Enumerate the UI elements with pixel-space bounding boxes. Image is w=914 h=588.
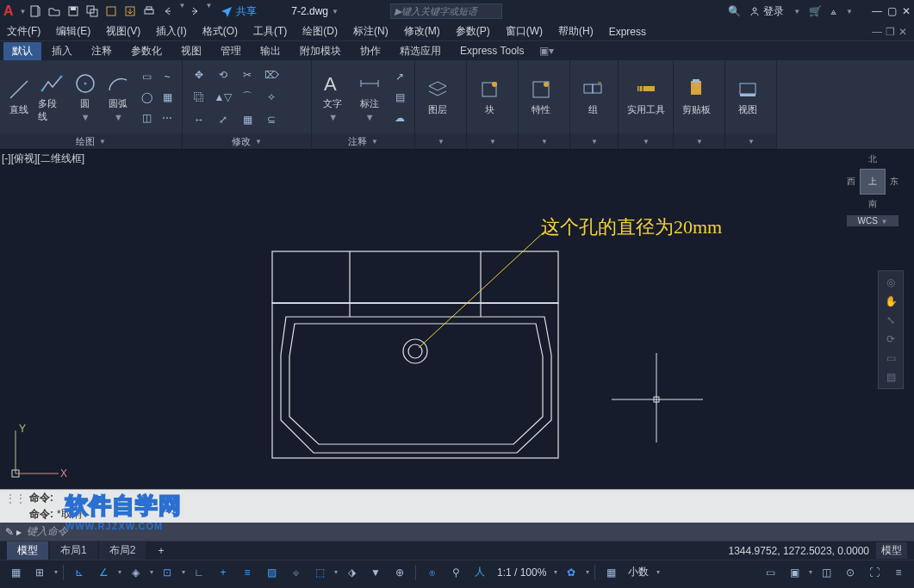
hardware-icon[interactable]: ⊙	[840, 563, 861, 582]
tab-model[interactable]: 模型	[7, 542, 48, 560]
tab-add[interactable]: +	[147, 543, 174, 559]
nav-more-icon[interactable]: ▤	[886, 371, 896, 383]
view-cube[interactable]: 北 西 上 东 南 WCS ▼	[847, 153, 898, 231]
fillet-icon[interactable]: ⌒	[236, 87, 258, 108]
orbit-icon[interactable]: ⟳	[886, 333, 895, 345]
tab-manage[interactable]: 管理	[212, 42, 250, 60]
copy-icon[interactable]: ⿻	[188, 87, 210, 108]
cloud-icon[interactable]: ☁	[390, 108, 409, 127]
ribbon-expand-icon[interactable]: ▣▾	[539, 45, 554, 57]
redo-dropdown[interactable]: ▼	[205, 2, 212, 21]
leader-icon[interactable]: ↗	[390, 67, 409, 86]
tab-collab[interactable]: 协作	[351, 42, 389, 60]
zoom-extents-icon[interactable]: ⤡	[886, 314, 895, 326]
scale-icon[interactable]: ⤢	[212, 109, 234, 130]
app-menu-dropdown[interactable]: ▼	[20, 8, 27, 15]
group-tool[interactable]: 组	[575, 77, 610, 116]
osnap-icon[interactable]: ⊡	[157, 563, 177, 582]
share-button[interactable]: 共享	[221, 4, 257, 19]
tab-parametric[interactable]: 参数化	[122, 42, 171, 60]
menu-dim[interactable]: 标注(N)	[353, 24, 389, 39]
tab-featured[interactable]: 精选应用	[391, 42, 450, 60]
autodesk-icon[interactable]: ⟁	[830, 5, 836, 17]
dynucs-icon[interactable]: ⬗	[341, 563, 362, 582]
3dosnap-icon[interactable]: ⬚	[309, 563, 330, 582]
tab-express[interactable]: Express Tools	[451, 43, 532, 59]
tab-addins[interactable]: 附加模块	[291, 42, 350, 60]
circle-tool[interactable]: 圆▼	[72, 71, 99, 122]
lock-icon[interactable]: ▣	[784, 563, 805, 582]
table-icon[interactable]: ▤	[390, 88, 409, 107]
menu-draw[interactable]: 绘图(D)	[302, 24, 338, 39]
dyn-icon[interactable]: +	[213, 563, 233, 582]
tab-layout2[interactable]: 布局2	[99, 542, 146, 560]
annovis-icon[interactable]: ⚲	[445, 563, 466, 582]
mirror-icon[interactable]: ▲▽	[212, 87, 234, 108]
menu-modify[interactable]: 修改(M)	[404, 24, 440, 39]
tab-default[interactable]: 默认	[3, 42, 41, 60]
gizmo-icon[interactable]: ⊕	[389, 563, 410, 582]
rect-icon[interactable]: ▭	[137, 67, 156, 86]
undo-dropdown[interactable]: ▼	[178, 2, 185, 21]
snap-icon[interactable]: ⊞	[29, 563, 50, 582]
menu-express[interactable]: Express	[609, 26, 646, 38]
menu-format[interactable]: 格式(O)	[202, 24, 238, 39]
view-tool[interactable]: 视图	[731, 77, 765, 116]
text-tool[interactable]: A文字▼	[317, 71, 349, 122]
new-icon[interactable]	[26, 2, 45, 21]
mdi-close-icon[interactable]: ✕	[898, 26, 907, 38]
undo-icon[interactable]	[159, 2, 177, 21]
cart-icon[interactable]: 🛒	[809, 5, 822, 17]
spline-icon[interactable]: ~	[158, 67, 177, 86]
units-label[interactable]: 小数	[628, 565, 649, 579]
redo-icon[interactable]	[185, 2, 204, 21]
cycling-icon[interactable]: ⟐	[285, 563, 306, 582]
polyline-tool[interactable]: 多段线	[38, 71, 65, 123]
menu-window[interactable]: 窗口(W)	[506, 24, 543, 39]
layer-tool[interactable]: 图层	[420, 77, 455, 116]
mdi-restore-icon[interactable]: ❐	[886, 26, 895, 38]
dim-tool[interactable]: 标注▼	[354, 71, 386, 122]
close-icon[interactable]: ✕	[902, 5, 911, 17]
hatch-icon[interactable]: ▦	[158, 88, 177, 107]
tab-view[interactable]: 视图	[172, 42, 210, 60]
tab-annotate[interactable]: 注释	[83, 42, 121, 60]
open-icon[interactable]	[45, 2, 64, 21]
line-tool[interactable]: 直线	[5, 77, 33, 116]
offset-icon[interactable]: ⊆	[260, 109, 283, 130]
lwt-icon[interactable]: ≡	[237, 563, 258, 582]
polar-icon[interactable]: ∠	[93, 563, 114, 582]
erase-icon[interactable]: ⌦	[260, 65, 283, 85]
save-icon[interactable]	[64, 2, 83, 21]
help-search-input[interactable]: ▶ 键入关键字或短语	[390, 3, 502, 19]
menu-view[interactable]: 视图(V)	[106, 24, 140, 39]
maximize-icon[interactable]: ▢	[887, 5, 897, 17]
explode-icon[interactable]: ✧	[260, 87, 283, 108]
command-input[interactable]: ✎ ▸ 键入命令	[0, 523, 914, 541]
cleanscreen-icon[interactable]: ⛶	[864, 563, 885, 582]
block-tool[interactable]: 块	[472, 77, 507, 116]
tab-insert[interactable]: 插入	[43, 42, 81, 60]
more-draw-icon[interactable]: ⋯	[158, 108, 177, 127]
props-tool[interactable]: 特性	[524, 77, 558, 116]
menu-param[interactable]: 参数(P)	[456, 24, 490, 39]
search-icon[interactable]: 🔍	[728, 5, 741, 17]
menu-insert[interactable]: 插入(I)	[156, 24, 186, 39]
ortho-icon[interactable]: ⊾	[69, 563, 90, 582]
isolate-icon[interactable]: ◫	[816, 563, 836, 582]
qp-icon[interactable]: ▭	[760, 563, 780, 582]
move-icon[interactable]: ✥	[188, 65, 210, 85]
tab-output[interactable]: 输出	[252, 42, 289, 60]
login-button[interactable]: 登录	[749, 4, 784, 19]
array-icon[interactable]: ▦	[236, 109, 258, 130]
zoom-level[interactable]: 1:1 / 100%	[497, 566, 546, 579]
gear-icon[interactable]: ✿	[561, 563, 581, 582]
mdi-minimize-icon[interactable]: —	[872, 26, 882, 38]
menu-file[interactable]: 文件(F)	[7, 24, 40, 39]
web-save-icon[interactable]	[121, 2, 140, 21]
iso-icon[interactable]: ◈	[125, 563, 146, 582]
selection-filter-icon[interactable]: ▼	[365, 563, 386, 582]
grid-icon[interactable]: ▦	[5, 563, 26, 582]
util-tool[interactable]: 实用工具	[624, 77, 668, 116]
title-dropdown[interactable]: ▼	[332, 8, 339, 15]
